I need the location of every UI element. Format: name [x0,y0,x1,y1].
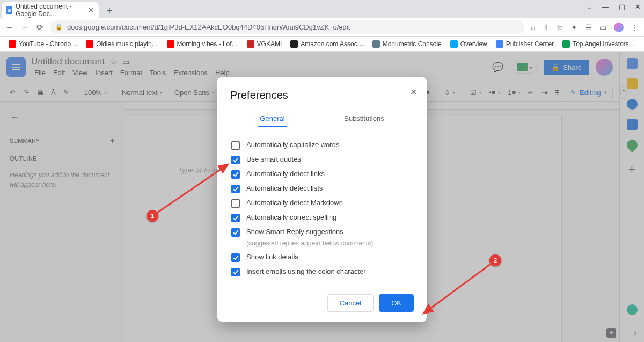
pref-row: Use smart quotes [230,152,414,167]
side-panel-icon[interactable]: ▭ [599,23,606,32]
bookmark-item[interactable]: Dashboard [641,39,644,49]
bookmark-icon [9,40,16,48]
lock-icon: 🔒 [55,24,63,31]
tab-general[interactable]: General [258,111,287,127]
close-icon[interactable]: ✕ [88,6,94,14]
pref-checkbox[interactable] [231,253,240,262]
modal-overlay: Preferences ✕ General Substitutions Auto… [0,52,644,342]
pref-label: Automatically detect lists [246,184,323,192]
pref-row: Automatically detect links [230,167,414,181]
pref-row: Automatically correct spelling [230,210,414,225]
reload-icon[interactable]: ⟳ [36,23,43,32]
bookmark-label: VGKAMI [257,40,282,48]
share-page-icon[interactable]: ⇪ [543,23,549,32]
extensions-icon[interactable]: ✦ [571,23,577,32]
browser-tab[interactable]: ≡ Untitled document - Google Doc… ✕ [2,2,99,18]
pref-checkbox[interactable] [231,214,240,222]
pref-checkbox[interactable] [231,228,240,237]
bookmark-item[interactable]: VGKAMI [244,39,286,49]
maximize-icon[interactable]: ▢ [619,3,625,11]
bookmark-label: Morning vibes - Lof… [177,40,238,48]
pref-sublabel: (suggested replies appear below comments… [246,239,414,247]
pref-row: Show Smart Reply suggestions [230,225,414,239]
pref-checkbox[interactable] [231,156,240,164]
search-icon[interactable]: ⌕ [531,23,535,32]
bookmark-item[interactable]: Amazon.com Assoc… [287,39,367,49]
bookmark-label: Publisher Center [506,40,554,48]
bookmark-label: Monumetric Console [383,40,442,48]
pref-label: Use smart quotes [246,155,301,163]
bookmark-label: Overview [460,40,487,48]
bookmark-item[interactable]: Monumetric Console [369,39,445,49]
pref-label: Automatically detect Markdown [246,199,343,207]
pref-checkbox[interactable] [231,268,240,276]
pref-checkbox[interactable] [231,141,240,150]
bookmark-label: YouTube - Chrono… [19,40,77,48]
preferences-dialog: Preferences ✕ General Substitutions Auto… [217,77,427,322]
bookmark-icon [562,40,570,48]
address-bar: ← → ⟳ 🔒 docs.google.com/document/d/1gIP3… [0,18,644,37]
star-icon[interactable]: ☆ [557,23,564,32]
pref-checkbox[interactable] [231,199,240,208]
pref-row: Show link details [230,250,414,265]
tab-title: Untitled document - Google Doc… [16,3,85,18]
pref-row: Automatically capitalize words [230,138,414,152]
bookmark-icon [247,40,254,48]
pref-label: Automatically detect links [246,170,325,178]
forward-icon[interactable]: → [21,23,29,32]
window-close-icon[interactable]: ✕ [635,3,641,11]
svg-line-1 [423,264,491,314]
pref-row: Automatically detect lists [230,181,414,196]
bookmark-label: Top Angel Investors… [573,40,635,48]
reading-list-icon[interactable]: ☰ [585,23,592,32]
close-dialog-icon[interactable]: ✕ [410,87,417,97]
minimize-icon[interactable]: — [602,3,609,11]
dialog-title: Preferences [230,89,414,101]
pref-label: Show Smart Reply suggestions [246,228,343,236]
pref-row: Insert emojis using the colon character [230,265,414,279]
tab-substitutions[interactable]: Substitutions [342,111,386,127]
profile-icon[interactable] [614,23,624,32]
pref-row: Automatically detect Markdown [230,196,414,210]
bookmark-icon [496,40,503,48]
bookmark-icon [290,40,298,48]
bookmark-icon [167,40,174,48]
bookmark-icon [86,40,93,48]
bookmark-item[interactable]: YouTube - Chrono… [5,39,80,49]
annotation-marker-1: 1 [147,210,158,222]
url-text: docs.google.com/document/d/1gIP3d-EX12AA… [67,23,350,31]
bookmark-item[interactable]: Oldies music playin… [83,39,161,49]
bookmark-label: Amazon.com Assoc… [301,40,363,48]
chevron-down-icon[interactable]: ⌄ [587,3,592,11]
pref-label: Automatically capitalize words [246,141,339,149]
bookmark-label: Oldies music playin… [96,40,158,48]
pref-checkbox[interactable] [231,170,240,179]
back-icon[interactable]: ← [5,23,13,32]
annotation-marker-2: 2 [489,254,501,266]
omnibox[interactable]: 🔒 docs.google.com/document/d/1gIP3d-EX12… [50,20,524,34]
ok-button[interactable]: OK [379,294,414,312]
bookmark-item[interactable]: Morning vibes - Lof… [164,39,241,49]
kebab-icon[interactable]: ⋮ [631,23,639,32]
pref-checkbox[interactable] [231,185,240,193]
pref-label: Automatically correct spelling [246,213,336,221]
bookmark-item[interactable]: Overview [447,39,491,49]
bookmark-icon [450,40,458,48]
bookmark-icon [372,40,380,48]
docs-favicon: ≡ [6,6,12,14]
bookmarks-bar: YouTube - Chrono…Oldies music playin…Mor… [0,37,644,52]
cancel-button[interactable]: Cancel [327,294,374,312]
pref-label: Show link details [246,253,298,261]
browser-tabstrip: ≡ Untitled document - Google Doc… ✕ + ⌄ … [0,0,644,18]
bookmark-item[interactable]: Publisher Center [493,39,557,49]
new-tab-button[interactable]: + [102,3,117,18]
bookmark-item[interactable]: Top Angel Investors… [559,39,639,49]
pref-label: Insert emojis using the colon character [246,267,366,275]
